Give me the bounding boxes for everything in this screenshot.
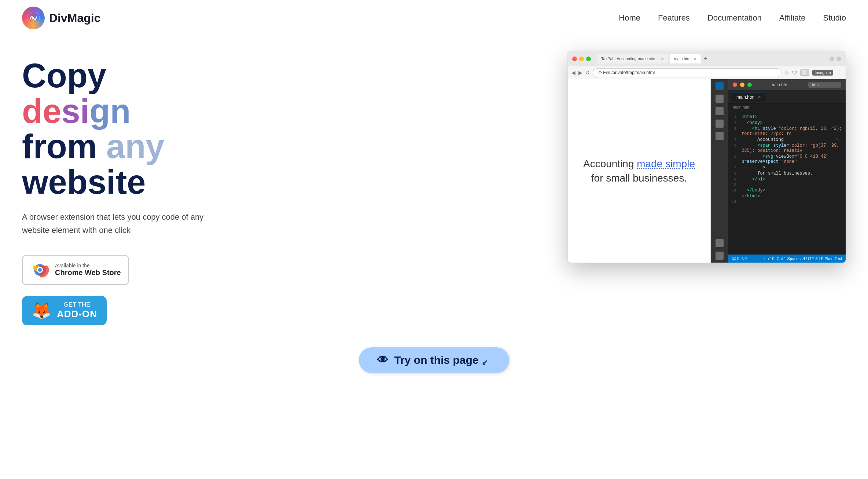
vscode-explorer-icon[interactable] <box>716 82 724 90</box>
hero-title: Copy design from any website <box>22 58 213 200</box>
title-website: website <box>22 163 146 201</box>
vscode-search-icon[interactable] <box>716 95 724 103</box>
breadcrumb-filename: main.html <box>733 105 750 109</box>
extension-icon: ⬜ <box>800 69 809 76</box>
title-design: design <box>22 92 131 130</box>
tab-taxpal[interactable]: TaxPal - Accounting made sim... ✕ <box>597 54 668 63</box>
title-copy: Copy <box>22 57 106 94</box>
navigation: DivMagic Home Features Documentation Aff… <box>0 0 868 36</box>
nav-documentation[interactable]: Documentation <box>707 13 762 23</box>
firefox-btn-bottom: ADD-ON <box>57 308 97 320</box>
vscode-tab-close[interactable]: ✕ <box>758 95 761 99</box>
vscode-extensions-icon[interactable] <box>716 132 724 140</box>
vscode-outer-right <box>808 82 841 88</box>
svg-point-5 <box>38 268 42 272</box>
code-line-6: 6 <svg viewBox="0 0 418 42" preserveAspe… <box>728 154 846 165</box>
vscode-main-tab[interactable]: main.html ✕ <box>731 92 766 102</box>
nav-studio[interactable]: Studio <box>823 13 846 23</box>
firefox-btn-text: GET THE ADD-ON <box>57 301 97 320</box>
close-dot <box>572 56 577 61</box>
hero-buttons: Available in the Chrome Web Store 🦊 GET … <box>22 255 213 325</box>
code-line-13: 13 <box>728 199 846 204</box>
vscode-statusbar: ⓪ 0 ⚠ 0 Ln 10, Col 1 Spaces: 4 UTF-8 LF … <box>728 255 846 263</box>
vscode-status-left: Ln 10, Col 1 Spaces: 4 UTF-8 LF Plain Te… <box>764 256 842 261</box>
logo-svg <box>26 11 40 25</box>
vscode-breadcrumb: main.html <box>728 103 846 111</box>
hero-screenshot: TaxPal - Accounting made sim... ✕ main.h… <box>567 51 846 263</box>
cursor-icon: ↙ <box>482 358 488 367</box>
vscode-settings-icon[interactable] <box>716 252 724 260</box>
tab-label: TaxPal - Accounting made sim... <box>601 56 659 61</box>
vscode-code-area: 1 <html> 2 <body> 3 <h1 style="color: rg… <box>728 111 846 255</box>
hero-section: Copy design from any website A browser e… <box>0 36 868 340</box>
title-gn: gn <box>89 92 130 130</box>
try-on-page-button[interactable]: 👁 Try on this page ↙ <box>359 347 509 373</box>
preview-made-simple: made simple <box>637 158 695 169</box>
preview-for-small: for small businesses. <box>591 172 687 184</box>
code-line-9: 9 </h1> <box>728 176 846 182</box>
vscode-min-dot <box>740 83 744 87</box>
vscode-status-right: ⓪ 0 ⚠ 0 <box>732 256 747 262</box>
win-ctrl1 <box>830 56 834 61</box>
browser-top-bar: TaxPal - Accounting made sim... ✕ main.h… <box>568 51 846 66</box>
vscode-tab-filename: main.html <box>736 95 755 100</box>
vscode-title: main.html <box>770 82 790 87</box>
logo[interactable]: DivMagic <box>22 7 100 29</box>
new-tab-button[interactable]: + <box>702 54 709 63</box>
nav-features[interactable]: Features <box>658 13 690 23</box>
code-line-8: 8 for small businesses. <box>728 171 846 176</box>
nav-links: Home Features Documentation Affiliate St… <box>619 13 846 23</box>
vscode-search-input[interactable] <box>808 82 841 88</box>
shield-icon: 🛡 <box>792 70 797 76</box>
nav-home[interactable]: Home <box>619 13 640 23</box>
firefox-addon-button[interactable]: 🦊 GET THE ADD-ON <box>22 296 107 325</box>
vscode-tab-bar: main.html ✕ <box>728 90 846 103</box>
win-ctrl2 <box>836 56 841 61</box>
vscode-debug-icon[interactable] <box>716 120 724 128</box>
window-controls <box>830 56 841 61</box>
code-line-11: 11 </body> <box>728 187 846 193</box>
code-line-1: 1 <html> <box>728 114 846 120</box>
preview-content: Accounting made simple for small busines… <box>583 157 695 185</box>
vscode-account-icon[interactable] <box>716 239 724 247</box>
firefox-btn-top: GET THE <box>57 301 97 308</box>
chrome-btn-text: Available in the Chrome Web Store <box>55 263 121 277</box>
address-bar-row: ◀ ▶ ↺ ⊙ File /private/tmp/main.html ☆ 🛡 … <box>568 66 846 79</box>
svg-point-1 <box>32 17 34 19</box>
code-line-10: 10 <box>728 182 846 187</box>
address-text: ⊙ File /private/tmp/main.html <box>598 70 655 75</box>
vscode-area: main.html main.html ✕ <box>711 79 846 263</box>
firefox-icon: 🦊 <box>32 301 52 320</box>
chrome-icon <box>30 260 50 280</box>
incognito-badge: Incognito <box>812 70 833 76</box>
vscode-max-dot <box>747 83 752 87</box>
chrome-store-button[interactable]: Available in the Chrome Web Store <box>22 255 129 285</box>
browser-window: TaxPal - Accounting made sim... ✕ main.h… <box>567 51 846 263</box>
code-line-4: 4 Accounting <box>728 137 846 143</box>
forward-button[interactable]: ▶ <box>578 70 582 76</box>
bookmark-icon[interactable]: ☆ <box>784 70 789 76</box>
minimize-dot <box>579 56 584 61</box>
try-button-label: Try on this page <box>394 354 478 366</box>
title-from: from <box>22 128 106 165</box>
vscode-git-icon[interactable] <box>716 107 724 115</box>
code-line-7: 7 > <box>728 165 846 171</box>
title-de: de <box>22 92 61 130</box>
title-any: any <box>106 128 165 165</box>
chrome-btn-bottom: Chrome Web Store <box>55 268 121 277</box>
code-line-3: 3 <h1 style="color: rgb(15, 23, 42); fon… <box>728 126 846 137</box>
address-bar[interactable]: ⊙ File /private/tmp/main.html <box>593 68 781 77</box>
tab-main-html[interactable]: main.html ✕ <box>670 54 701 63</box>
chrome-btn-top: Available in the <box>55 263 121 268</box>
nav-affiliate[interactable]: Affiliate <box>779 13 806 23</box>
hero-left: Copy design from any website A browser e… <box>22 47 213 325</box>
options-icon[interactable]: ⋮ <box>836 69 842 76</box>
back-button[interactable]: ◀ <box>571 70 575 76</box>
tab2-close-icon[interactable]: ✕ <box>694 57 696 61</box>
hero-subtitle: A browser extension that lets you copy c… <box>22 211 205 236</box>
vscode-outer-bar: main.html <box>728 79 846 90</box>
tab-close-icon[interactable]: ✕ <box>661 57 664 61</box>
refresh-button[interactable]: ↺ <box>585 70 590 76</box>
maximize-dot <box>586 56 591 61</box>
vscode-traffic-lights <box>733 83 752 87</box>
